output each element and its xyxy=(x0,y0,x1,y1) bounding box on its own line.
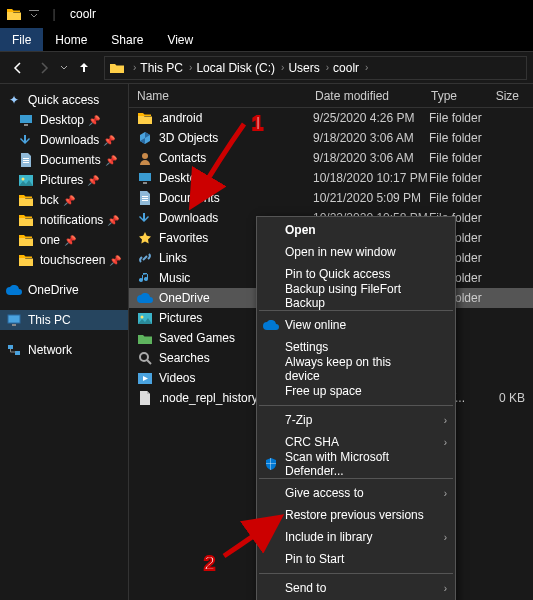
context-always-keep-on-this-device[interactable]: Always keep on this device xyxy=(257,358,455,380)
annotation-arrow-1 xyxy=(180,118,258,212)
tab-view[interactable]: View xyxy=(155,30,205,50)
chevron-right-icon: › xyxy=(444,488,447,499)
context-free-up-space[interactable]: Free up space xyxy=(257,380,455,402)
chevron-right-icon[interactable]: › xyxy=(326,62,329,73)
file-tab[interactable]: File xyxy=(0,28,43,51)
context-label: Open xyxy=(285,223,316,237)
context-view-online[interactable]: View online xyxy=(257,314,455,336)
file-size: 0 KB xyxy=(493,391,533,405)
downloads-icon xyxy=(18,132,34,148)
quick-access-icon: ✦ xyxy=(6,92,22,108)
nav-network[interactable]: Network xyxy=(0,340,128,360)
searches-icon xyxy=(137,350,153,366)
chevron-right-icon[interactable]: › xyxy=(189,62,192,73)
context-include-in-library[interactable]: Include in library› xyxy=(257,526,455,548)
column-headers[interactable]: Name Date modified Type Size xyxy=(129,84,533,108)
shield-icon xyxy=(263,456,279,472)
navigation-pane[interactable]: ✦ Quick access Desktop📌Downloads📌Documen… xyxy=(0,84,129,600)
chevron-right-icon[interactable]: › xyxy=(365,62,368,73)
sidebar-item-notifications[interactable]: notifications📌 xyxy=(0,210,128,230)
column-size[interactable]: Size xyxy=(487,89,527,103)
context-7-zip[interactable]: 7-Zip› xyxy=(257,409,455,431)
breadcrumb-this-pc[interactable]: This PC xyxy=(140,61,183,75)
folder-icon xyxy=(18,252,34,268)
context-separator xyxy=(259,405,453,406)
ribbon: File Home Share View xyxy=(0,28,533,52)
breadcrumb-coolr[interactable]: coolr xyxy=(333,61,359,75)
documents-icon xyxy=(18,152,34,168)
cloud-icon xyxy=(263,317,279,333)
quick-access-toolbar-dropdown[interactable] xyxy=(26,6,42,22)
breadcrumb-users[interactable]: Users xyxy=(288,61,319,75)
address-bar: › This PC › Local Disk (C:) › Users › co… xyxy=(0,52,533,84)
pin-icon: 📌 xyxy=(103,135,115,146)
documents-icon xyxy=(137,190,153,206)
savedgames-icon xyxy=(137,330,153,346)
column-date[interactable]: Date modified xyxy=(307,89,423,103)
file-type: File folder xyxy=(429,131,493,145)
favorites-icon xyxy=(137,230,153,246)
chevron-right-icon[interactable]: › xyxy=(281,62,284,73)
folder-icon xyxy=(18,212,34,228)
nav-label: Documents xyxy=(40,153,101,167)
breadcrumb[interactable]: › This PC › Local Disk (C:) › Users › co… xyxy=(104,56,527,80)
svg-rect-11 xyxy=(143,182,147,184)
context-label: Open in new window xyxy=(285,245,396,259)
chevron-right-icon: › xyxy=(444,583,447,594)
back-button[interactable] xyxy=(6,56,30,80)
column-name[interactable]: Name xyxy=(129,89,307,103)
file-date: 10/18/2020 10:17 PM xyxy=(313,171,429,185)
downloads-icon xyxy=(137,210,153,226)
file-type: File folder xyxy=(429,111,493,125)
context-restore-previous-versions[interactable]: Restore previous versions xyxy=(257,504,455,526)
nav-onedrive[interactable]: OneDrive xyxy=(0,280,128,300)
context-label: Scan with Microsoft Defender... xyxy=(285,450,427,478)
pin-icon: 📌 xyxy=(64,235,76,246)
sidebar-item-touchscreen[interactable]: touchscreen📌 xyxy=(0,250,128,270)
sidebar-item-desktop[interactable]: Desktop📌 xyxy=(0,110,128,130)
sidebar-item-documents[interactable]: Documents📌 xyxy=(0,150,128,170)
chevron-right-icon[interactable]: › xyxy=(133,62,136,73)
qat-separator: | xyxy=(46,6,62,22)
chevron-right-icon: › xyxy=(444,532,447,543)
svg-rect-8 xyxy=(15,351,20,355)
context-give-access-to[interactable]: Give access to› xyxy=(257,482,455,504)
context-label: Give access to xyxy=(285,486,364,500)
sidebar-item-bck[interactable]: bck📌 xyxy=(0,190,128,210)
tab-share[interactable]: Share xyxy=(99,30,155,50)
file-date: 10/21/2020 5:09 PM xyxy=(313,191,429,205)
context-pin-to-start[interactable]: Pin to Start xyxy=(257,548,455,570)
breadcrumb-drive[interactable]: Local Disk (C:) xyxy=(196,61,275,75)
context-scan-with-microsoft-defender-[interactable]: Scan with Microsoft Defender... xyxy=(257,453,455,475)
context-label: CRC SHA xyxy=(285,435,339,449)
context-label: Include in library xyxy=(285,530,372,544)
context-label: Pin to Quick access xyxy=(285,267,390,281)
sidebar-item-one[interactable]: one📌 xyxy=(0,230,128,250)
folder-icon xyxy=(109,60,125,76)
pin-icon: 📌 xyxy=(87,175,99,186)
context-open-in-new-window[interactable]: Open in new window xyxy=(257,241,455,263)
desktop-icon xyxy=(18,112,34,128)
nav-label: Pictures xyxy=(40,173,83,187)
nav-quick-access[interactable]: ✦ Quick access xyxy=(0,90,128,110)
sidebar-item-downloads[interactable]: Downloads📌 xyxy=(0,130,128,150)
svg-rect-17 xyxy=(266,463,276,464)
nav-this-pc[interactable]: This PC xyxy=(0,310,128,330)
sidebar-item-pictures[interactable]: Pictures📌 xyxy=(0,170,128,190)
music-icon xyxy=(137,270,153,286)
folder-icon xyxy=(18,192,34,208)
svg-rect-1 xyxy=(20,115,32,123)
svg-rect-6 xyxy=(12,324,16,326)
forward-button[interactable] xyxy=(32,56,56,80)
up-button[interactable] xyxy=(72,56,96,80)
context-backup-using-filefort-backup[interactable]: Backup using FileFort Backup xyxy=(257,285,455,307)
context-open[interactable]: Open xyxy=(257,219,455,241)
context-separator xyxy=(259,573,453,574)
column-type[interactable]: Type xyxy=(423,89,487,103)
nav-label: notifications xyxy=(40,213,103,227)
tab-home[interactable]: Home xyxy=(43,30,99,50)
recent-dropdown[interactable] xyxy=(58,56,70,80)
svg-point-9 xyxy=(142,153,148,159)
svg-point-13 xyxy=(141,315,144,318)
context-send-to[interactable]: Send to› xyxy=(257,577,455,599)
